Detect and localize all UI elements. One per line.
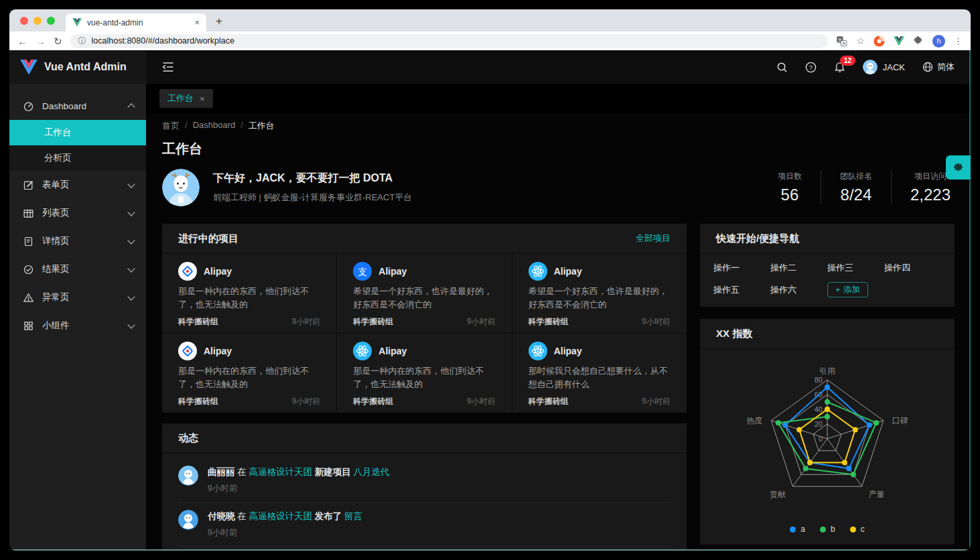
project-group-link[interactable]: 科学搬砖组: [178, 396, 218, 407]
brand[interactable]: Vue Antd Admin: [9, 50, 146, 84]
all-projects-link[interactable]: 全部项目: [636, 232, 671, 244]
sidebar-subitem-工作台[interactable]: 工作台: [9, 120, 146, 145]
legend-item-c[interactable]: c: [850, 524, 865, 534]
reload-icon[interactable]: ↻: [54, 36, 62, 46]
notifications-bell-icon[interactable]: 12: [834, 62, 845, 73]
activity-card: 动态 曲丽丽 在 高逼格设计天团 新建项目 八月迭代9小时前付晓晓 在 高逼格设…: [162, 423, 687, 551]
brand-title: Vue Antd Admin: [44, 61, 127, 73]
react-logo-icon: [529, 262, 547, 281]
bookmark-star-icon[interactable]: ☆: [856, 36, 865, 46]
quicknav-link-操作一[interactable]: 操作一: [713, 261, 770, 275]
sidebar-collapse-icon[interactable]: [162, 62, 174, 72]
project-name[interactable]: Alipay: [378, 346, 407, 356]
quicknav-add-button[interactable]: +添加: [827, 282, 868, 297]
page-tab-workplace[interactable]: 工作台 ×: [159, 89, 213, 108]
activity-prefix: 在: [237, 511, 247, 521]
activity-group-link[interactable]: 高逼格设计天团: [249, 467, 313, 477]
svg-text:贡献: 贡献: [770, 490, 786, 499]
sidebar-item-Dashboard[interactable]: Dashboard: [9, 92, 146, 120]
project-group-link[interactable]: 科学搬砖组: [529, 316, 569, 328]
legend-label: c: [861, 524, 865, 534]
welcome-stats: 项目数 56 团队排名 8/24 项目访问 2,223: [759, 171, 955, 204]
sidebar-item-label: 结果页: [42, 263, 121, 275]
sidebar-item-label: 异常页: [42, 291, 121, 303]
quicknav-link-操作五[interactable]: 操作五: [713, 283, 770, 297]
page-title: 工作台: [162, 140, 955, 158]
quicknav-title: 快速开始/便捷导航: [716, 232, 799, 245]
new-tab-button[interactable]: +: [210, 13, 228, 30]
settings-drawer-button[interactable]: [946, 155, 971, 180]
legend-item-a[interactable]: a: [790, 524, 805, 534]
browser-profile-avatar[interactable]: h: [932, 35, 945, 48]
project-card[interactable]: Alipay那是一种内在的东西，他们到达不了，也无法触及的科学搬砖组9小时前: [162, 254, 336, 333]
extensions-puzzle-icon[interactable]: [913, 36, 924, 46]
back-icon[interactable]: ←: [17, 36, 27, 46]
project-card[interactable]: Alipay希望是一个好东西，也许是最好的，好东西是不会消亡的科学搬砖组9小时前: [512, 254, 687, 333]
chevron-down-icon: [127, 293, 135, 300]
activity-target-link[interactable]: 留言: [344, 511, 362, 521]
chevron-down-icon: [127, 321, 135, 328]
help-icon[interactable]: ?: [805, 62, 817, 73]
breadcrumb-dashboard[interactable]: Dashboard: [193, 120, 236, 132]
extension-orange-icon[interactable]: [873, 36, 885, 47]
quicknav-link-操作三[interactable]: 操作三: [827, 261, 884, 275]
translate-icon[interactable]: 文A: [836, 36, 847, 47]
sidebar-item-label: 表单页: [42, 179, 121, 191]
sidebar-item-列表页[interactable]: 列表页: [9, 199, 146, 227]
sidebar-item-详情页[interactable]: 详情页: [9, 227, 146, 255]
sidebar-item-label: 小组件: [42, 320, 121, 332]
sidebar-item-小组件[interactable]: 小组件: [9, 311, 146, 340]
maximize-window-button[interactable]: [47, 17, 55, 25]
project-updated-time: 9小时前: [467, 396, 496, 407]
search-icon[interactable]: [776, 62, 788, 73]
main-area: ? 12 JACK: [146, 50, 971, 551]
profile-icon: [23, 236, 34, 247]
page-tab-label: 工作台: [167, 92, 194, 104]
project-group-link[interactable]: 科学搬砖组: [353, 316, 393, 328]
page-tab-close-icon[interactable]: ×: [200, 94, 205, 103]
quicknav-link-操作六[interactable]: 操作六: [770, 283, 827, 297]
project-card[interactable]: Alipay那是一种内在的东西，他们到达不了，也无法触及的科学搬砖组9小时前: [162, 334, 336, 413]
browser-menu-icon[interactable]: ⋮: [954, 36, 963, 46]
activity-target-link[interactable]: 八月迭代: [354, 467, 390, 477]
topbar-actions: ? 12 JACK: [776, 60, 955, 74]
activity-group-link[interactable]: 高逼格设计天团: [249, 511, 313, 521]
sidebar-item-表单页[interactable]: 表单页: [9, 171, 146, 199]
browser-tab-title: vue-antd-admin: [87, 18, 189, 27]
sidebar-item-结果页[interactable]: 结果页: [9, 255, 146, 283]
project-card[interactable]: Alipay那是一种内在的东西，他们到达不了，也无法触及的科学搬砖组9小时前: [337, 334, 511, 413]
project-name[interactable]: Alipay: [554, 266, 582, 277]
react-logo-icon: [353, 342, 372, 360]
project-group-link[interactable]: 科学搬砖组: [178, 316, 218, 328]
project-name[interactable]: Alipay: [204, 266, 232, 277]
browser-tab[interactable]: vue-antd-admin ×: [66, 13, 206, 31]
minimize-window-button[interactable]: [33, 17, 42, 25]
sidebar-subitem-分析页[interactable]: 分析页: [9, 145, 146, 171]
project-group-link[interactable]: 科学搬砖组: [529, 396, 569, 407]
project-group-link[interactable]: 科学搬砖组: [353, 396, 393, 407]
project-name[interactable]: Alipay: [204, 346, 232, 356]
legend-item-b[interactable]: b: [820, 524, 835, 534]
quicknav-link-操作四[interactable]: 操作四: [884, 261, 941, 275]
browser-tab-close-icon[interactable]: ×: [194, 18, 200, 27]
project-card[interactable]: Alipay那时候我只会想自己想要什么，从不想自己拥有什么科学搬砖组9小时前: [512, 334, 687, 413]
username: JACK: [883, 62, 905, 72]
language-switcher[interactable]: 简体: [922, 61, 955, 73]
quicknav-link-操作二[interactable]: 操作二: [770, 261, 827, 275]
project-name[interactable]: Alipay: [378, 266, 407, 277]
close-window-button[interactable]: [20, 17, 28, 25]
activity-user[interactable]: 曲丽丽: [208, 467, 235, 477]
address-bar[interactable]: ⓘ localhost:8080/#/dashboard/workplace: [70, 34, 829, 48]
sidebar-menu: Dashboard工作台分析页表单页列表页详情页结果页异常页小组件: [9, 84, 146, 340]
radar-title: XX 指数: [716, 328, 752, 340]
forward-icon[interactable]: →: [36, 36, 46, 46]
sidebar-item-异常页[interactable]: 异常页: [9, 283, 146, 311]
breadcrumb-home[interactable]: 首页: [162, 120, 180, 132]
activity-user[interactable]: 付晓晓: [208, 511, 235, 521]
site-info-icon[interactable]: ⓘ: [78, 37, 86, 45]
extension-vue-icon[interactable]: [894, 36, 904, 46]
user-menu[interactable]: JACK: [863, 60, 905, 74]
project-name[interactable]: Alipay: [554, 346, 582, 356]
window-controls: [9, 9, 66, 31]
project-card[interactable]: 支Alipay希望是一个好东西，也许是最好的，好东西是不会消亡的科学搬砖组9小时…: [337, 254, 511, 333]
